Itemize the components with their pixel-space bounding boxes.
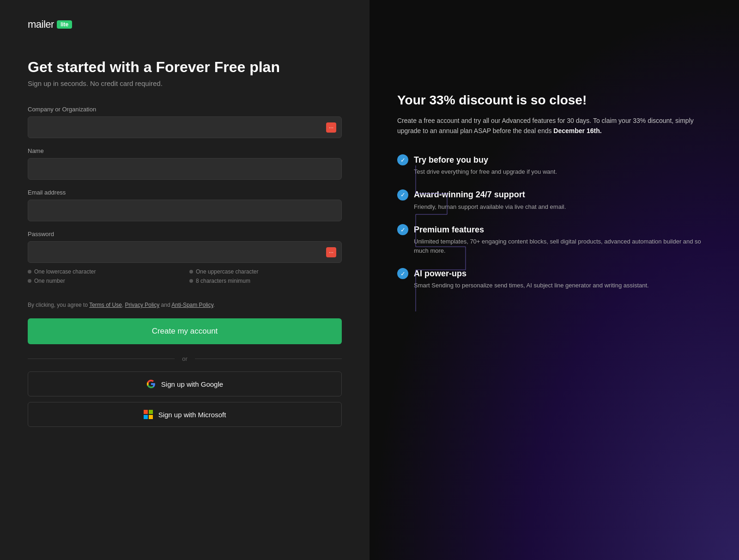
microsoft-icon (144, 410, 153, 419)
divider-line-left (28, 359, 175, 359)
divider: or (28, 355, 342, 362)
hint-number: One number (28, 278, 180, 284)
check-icon-3: ✓ (397, 268, 408, 279)
password-field-group: Password ··· One lowercase character One… (28, 231, 342, 284)
feature-title-row-2: ✓ Premium features (397, 224, 711, 235)
password-hints: One lowercase character One uppercase ch… (28, 268, 342, 284)
password-input[interactable] (28, 241, 342, 263)
feature-title-row-0: ✓ Try before you buy (397, 154, 711, 165)
terms-prefix: By clicking, you agree to (28, 302, 89, 308)
email-input[interactable] (28, 200, 342, 221)
page-title: Get started with a Forever Free plan (28, 58, 342, 76)
page-subtitle: Sign up in seconds. No credit card requi… (28, 79, 342, 87)
dots-icon: ··· (329, 249, 333, 256)
check-icon-0: ✓ (397, 154, 408, 165)
feature-item-2: ✓ Premium features Unlimited templates, … (397, 224, 711, 255)
feature-list: ✓ Try before you buy Test drive everythi… (397, 154, 711, 290)
name-input[interactable] (28, 158, 342, 180)
company-label: Company or Organization (28, 106, 342, 113)
company-input[interactable] (28, 116, 342, 138)
feature-item-0: ✓ Try before you buy Test drive everythi… (397, 154, 711, 177)
discount-desc: Create a free account and try all our Ad… (397, 116, 711, 136)
hint-uppercase-text: One uppercase character (196, 268, 258, 275)
hint-uppercase: One uppercase character (189, 268, 342, 275)
google-signup-button[interactable]: Sign up with Google (28, 371, 342, 396)
create-account-button[interactable]: Create my account (28, 318, 342, 344)
terms-text: By clicking, you agree to Terms of Use, … (28, 301, 342, 309)
check-icon-2: ✓ (397, 224, 408, 235)
email-label: Email address (28, 189, 342, 196)
logo-text: mailer (28, 18, 54, 30)
logo-badge: lite (57, 20, 72, 29)
feature-title-0: Try before you buy (414, 155, 488, 165)
hint-number-text: One number (34, 278, 65, 284)
feature-desc-0: Test drive everything for free and upgra… (414, 167, 711, 177)
password-input-wrapper: ··· (28, 241, 342, 263)
right-panel: Your 33% discount is so close! Create a … (370, 0, 739, 560)
discount-desc-bold: December 16th. (553, 127, 601, 134)
ms-sq-blue (144, 415, 148, 419)
google-btn-label: Sign up with Google (161, 380, 223, 388)
company-input-wrapper: ··· (28, 116, 342, 138)
hint-dot (28, 270, 31, 274)
divider-text: or (182, 355, 188, 362)
hint-dot-4 (189, 279, 193, 283)
terms-link[interactable]: Terms of Use (89, 302, 122, 308)
microsoft-signup-button[interactable]: Sign up with Microsoft (28, 402, 342, 427)
hint-dot-3 (28, 279, 31, 283)
ms-sq-yellow (149, 415, 153, 419)
name-label: Name (28, 147, 342, 154)
check-icon-1: ✓ (397, 189, 408, 201)
hint-minchars: 8 characters minimum (189, 278, 342, 284)
anti-spam-link[interactable]: Anti-Spam Policy (171, 302, 213, 308)
terms-sep1: , (122, 302, 125, 308)
feature-title-row-1: ✓ Award-winning 24/7 support (397, 189, 711, 201)
feature-title-row-3: ✓ AI power-ups (397, 268, 711, 279)
hint-minchars-text: 8 characters minimum (196, 278, 250, 284)
password-icon-btn[interactable]: ··· (326, 247, 336, 257)
terms-suffix: . (213, 302, 215, 308)
discount-desc-text: Create a free account and try all our Ad… (397, 117, 694, 134)
feature-item-3: ✓ AI power-ups Smart Sending to personal… (397, 268, 711, 290)
feature-title-3: AI power-ups (414, 269, 466, 279)
feature-item-1: ✓ Award-winning 24/7 support Friendly, h… (397, 189, 711, 212)
email-field-group: Email address (28, 189, 342, 221)
feature-title-2: Premium features (414, 225, 484, 235)
ms-sq-green (149, 410, 153, 414)
hint-lowercase-text: One lowercase character (34, 268, 96, 275)
ms-sq-red (144, 410, 148, 414)
password-label: Password (28, 231, 342, 237)
company-icon-btn[interactable]: ··· (326, 122, 336, 133)
name-field-group: Name (28, 147, 342, 180)
logo: mailer lite (28, 18, 342, 30)
hint-lowercase: One lowercase character (28, 268, 180, 275)
feature-desc-2: Unlimited templates, 70+ engaging conten… (414, 237, 711, 255)
feature-desc-1: Friendly, human support available via li… (414, 202, 711, 212)
privacy-link[interactable]: Privacy Policy (125, 302, 160, 308)
discount-title: Your 33% discount is so close! (397, 92, 711, 108)
feature-desc-3: Smart Sending to personalize send times,… (414, 281, 711, 290)
google-icon (146, 379, 156, 389)
company-field-group: Company or Organization ··· (28, 106, 342, 138)
dots-icon: ··· (329, 124, 333, 131)
feature-title-1: Award-winning 24/7 support (414, 190, 525, 200)
left-panel: mailer lite Get started with a Forever F… (0, 0, 370, 560)
divider-line-right (195, 359, 342, 359)
hint-dot-2 (189, 270, 193, 274)
terms-sep2: and (159, 302, 171, 308)
microsoft-btn-label: Sign up with Microsoft (158, 411, 226, 419)
